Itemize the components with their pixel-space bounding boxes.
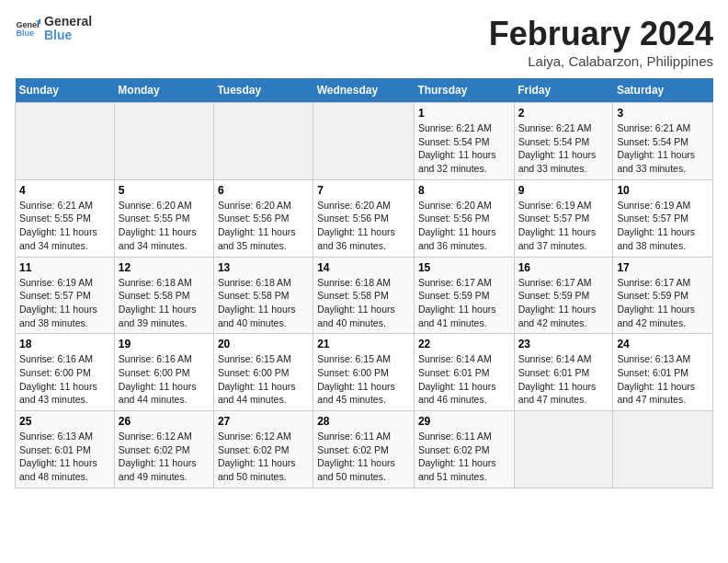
day-info: Sunrise: 6:11 AM Sunset: 6:02 PM Dayligh…	[317, 430, 410, 484]
day-info: Sunrise: 6:20 AM Sunset: 5:56 PM Dayligh…	[418, 199, 510, 253]
day-number: 14	[317, 261, 410, 274]
day-number: 20	[218, 338, 309, 350]
day-info: Sunrise: 6:17 AM Sunset: 5:59 PM Dayligh…	[518, 276, 609, 330]
day-number: 27	[218, 415, 309, 428]
day-info: Sunrise: 6:19 AM Sunset: 5:57 PM Dayligh…	[518, 199, 609, 253]
day-info: Sunrise: 6:19 AM Sunset: 5:57 PM Dayligh…	[19, 276, 110, 330]
day-number: 29	[418, 415, 510, 428]
day-info: Sunrise: 6:11 AM Sunset: 6:02 PM Dayligh…	[418, 430, 510, 484]
calendar-cell	[613, 411, 713, 488]
day-info: Sunrise: 6:18 AM Sunset: 5:58 PM Dayligh…	[218, 276, 309, 330]
day-info: Sunrise: 6:15 AM Sunset: 6:00 PM Dayligh…	[218, 352, 309, 407]
day-number: 21	[317, 338, 410, 350]
day-info: Sunrise: 6:21 AM Sunset: 5:54 PM Dayligh…	[418, 121, 510, 176]
calendar-cell: 18Sunrise: 6:16 AM Sunset: 6:00 PM Dayli…	[16, 334, 115, 411]
day-info: Sunrise: 6:12 AM Sunset: 6:02 PM Dayligh…	[218, 430, 309, 484]
day-info: Sunrise: 6:18 AM Sunset: 5:58 PM Dayligh…	[119, 276, 210, 330]
calendar-cell: 8Sunrise: 6:20 AM Sunset: 5:56 PM Daylig…	[414, 179, 514, 257]
day-info: Sunrise: 6:15 AM Sunset: 6:00 PM Dayligh…	[317, 352, 410, 407]
calendar-cell: 14Sunrise: 6:18 AM Sunset: 5:58 PM Dayli…	[313, 257, 415, 334]
day-info: Sunrise: 6:13 AM Sunset: 6:01 PM Dayligh…	[617, 352, 709, 407]
svg-text:Blue: Blue	[16, 29, 34, 39]
day-number: 25	[19, 415, 110, 428]
day-info: Sunrise: 6:21 AM Sunset: 5:54 PM Dayligh…	[518, 121, 609, 176]
day-number: 24	[617, 338, 709, 350]
day-number: 28	[317, 415, 410, 428]
calendar-cell: 16Sunrise: 6:17 AM Sunset: 5:59 PM Dayli…	[514, 257, 613, 334]
calendar-cell: 2Sunrise: 6:21 AM Sunset: 5:54 PM Daylig…	[514, 103, 613, 180]
day-info: Sunrise: 6:13 AM Sunset: 6:01 PM Dayligh…	[19, 430, 110, 484]
day-number: 5	[119, 184, 210, 197]
day-info: Sunrise: 6:14 AM Sunset: 6:01 PM Dayligh…	[518, 352, 609, 407]
logo: General Blue General Blue	[15, 15, 92, 43]
day-info: Sunrise: 6:21 AM Sunset: 5:55 PM Dayligh…	[19, 199, 110, 253]
week-row-4: 18Sunrise: 6:16 AM Sunset: 6:00 PM Dayli…	[16, 334, 713, 411]
calendar-cell	[213, 103, 313, 180]
week-row-5: 25Sunrise: 6:13 AM Sunset: 6:01 PM Dayli…	[16, 411, 713, 488]
day-info: Sunrise: 6:17 AM Sunset: 5:59 PM Dayligh…	[617, 276, 709, 330]
calendar-cell: 6Sunrise: 6:20 AM Sunset: 5:56 PM Daylig…	[213, 179, 313, 257]
calendar-cell: 29Sunrise: 6:11 AM Sunset: 6:02 PM Dayli…	[414, 411, 514, 488]
day-number: 26	[119, 415, 210, 428]
week-row-3: 11Sunrise: 6:19 AM Sunset: 5:57 PM Dayli…	[16, 257, 713, 334]
day-header-thursday: Thursday	[414, 78, 514, 103]
calendar-table: SundayMondayTuesdayWednesdayThursdayFrid…	[15, 78, 713, 488]
day-number: 19	[119, 338, 210, 350]
calendar-cell: 1Sunrise: 6:21 AM Sunset: 5:54 PM Daylig…	[414, 103, 514, 180]
day-info: Sunrise: 6:21 AM Sunset: 5:54 PM Dayligh…	[617, 121, 709, 176]
day-info: Sunrise: 6:14 AM Sunset: 6:01 PM Dayligh…	[418, 352, 510, 407]
day-number: 16	[518, 261, 609, 274]
calendar-cell: 7Sunrise: 6:20 AM Sunset: 5:56 PM Daylig…	[313, 179, 415, 257]
day-header-tuesday: Tuesday	[213, 78, 313, 103]
day-info: Sunrise: 6:19 AM Sunset: 5:57 PM Dayligh…	[617, 199, 709, 253]
day-header-saturday: Saturday	[613, 78, 713, 103]
day-number: 10	[617, 184, 709, 197]
week-row-2: 4Sunrise: 6:21 AM Sunset: 5:55 PM Daylig…	[16, 179, 713, 257]
day-number: 8	[418, 184, 510, 197]
calendar-cell: 15Sunrise: 6:17 AM Sunset: 5:59 PM Dayli…	[414, 257, 514, 334]
calendar-cell: 23Sunrise: 6:14 AM Sunset: 6:01 PM Dayli…	[514, 334, 613, 411]
day-info: Sunrise: 6:20 AM Sunset: 5:56 PM Dayligh…	[218, 199, 309, 253]
calendar-cell: 9Sunrise: 6:19 AM Sunset: 5:57 PM Daylig…	[514, 179, 613, 257]
header: General Blue General Blue February 2024 …	[15, 15, 713, 69]
logo-line2: Blue	[44, 29, 92, 42]
calendar-cell	[313, 103, 415, 180]
calendar-cell: 5Sunrise: 6:20 AM Sunset: 5:55 PM Daylig…	[114, 179, 213, 257]
calendar-cell: 19Sunrise: 6:16 AM Sunset: 6:00 PM Dayli…	[114, 334, 213, 411]
calendar-cell	[16, 103, 115, 180]
day-number: 4	[19, 184, 110, 197]
day-header-sunday: Sunday	[16, 78, 115, 103]
calendar-cell: 21Sunrise: 6:15 AM Sunset: 6:00 PM Dayli…	[313, 334, 415, 411]
title-area: February 2024 Laiya, Calabarzon, Philipp…	[489, 15, 713, 69]
day-info: Sunrise: 6:16 AM Sunset: 6:00 PM Dayligh…	[19, 352, 110, 407]
day-header-friday: Friday	[514, 78, 613, 103]
day-number: 12	[119, 261, 210, 274]
day-info: Sunrise: 6:20 AM Sunset: 5:55 PM Dayligh…	[119, 199, 210, 253]
day-number: 22	[418, 338, 510, 350]
day-number: 13	[218, 261, 309, 274]
day-info: Sunrise: 6:16 AM Sunset: 6:00 PM Dayligh…	[119, 352, 210, 407]
calendar-cell: 28Sunrise: 6:11 AM Sunset: 6:02 PM Dayli…	[313, 411, 415, 488]
day-number: 1	[418, 107, 510, 120]
day-number: 6	[218, 184, 309, 197]
calendar-cell: 12Sunrise: 6:18 AM Sunset: 5:58 PM Dayli…	[114, 257, 213, 334]
calendar-cell: 20Sunrise: 6:15 AM Sunset: 6:00 PM Dayli…	[213, 334, 313, 411]
header-row: SundayMondayTuesdayWednesdayThursdayFrid…	[16, 78, 713, 103]
day-number: 15	[418, 261, 510, 274]
day-number: 11	[19, 261, 110, 274]
main-title: February 2024	[489, 15, 713, 53]
calendar-cell: 17Sunrise: 6:17 AM Sunset: 5:59 PM Dayli…	[613, 257, 713, 334]
day-info: Sunrise: 6:12 AM Sunset: 6:02 PM Dayligh…	[119, 430, 210, 484]
calendar-cell: 26Sunrise: 6:12 AM Sunset: 6:02 PM Dayli…	[114, 411, 213, 488]
calendar-cell	[514, 411, 613, 488]
day-number: 7	[317, 184, 410, 197]
day-number: 9	[518, 184, 609, 197]
day-number: 18	[19, 338, 110, 350]
calendar-cell: 3Sunrise: 6:21 AM Sunset: 5:54 PM Daylig…	[613, 103, 713, 180]
calendar-cell: 11Sunrise: 6:19 AM Sunset: 5:57 PM Dayli…	[16, 257, 115, 334]
day-header-wednesday: Wednesday	[313, 78, 415, 103]
calendar-cell: 13Sunrise: 6:18 AM Sunset: 5:58 PM Dayli…	[213, 257, 313, 334]
day-info: Sunrise: 6:20 AM Sunset: 5:56 PM Dayligh…	[317, 199, 410, 253]
calendar-cell	[114, 103, 213, 180]
calendar-cell: 4Sunrise: 6:21 AM Sunset: 5:55 PM Daylig…	[16, 179, 115, 257]
